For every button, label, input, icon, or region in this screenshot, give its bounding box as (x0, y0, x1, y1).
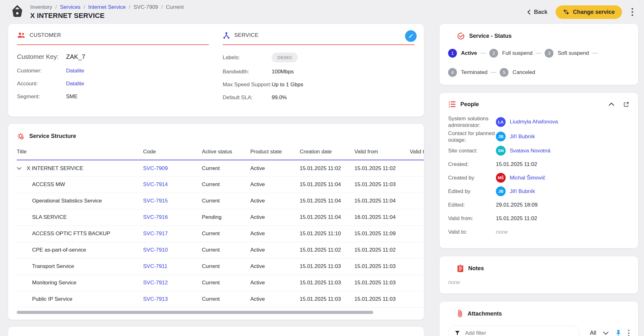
field-row: Account:Datalite (17, 80, 209, 87)
breadcrumb-item: Current (166, 4, 184, 10)
app-logo-basket-icon[interactable] (9, 4, 25, 20)
page-title: X INTERNET SERVICE (30, 12, 184, 20)
row-code-link[interactable]: SVC-7910 (143, 247, 168, 253)
field-value: Datalite (66, 68, 84, 74)
row-code-link[interactable]: SVC-7912 (143, 280, 168, 286)
kebab-menu-icon[interactable] (628, 330, 630, 336)
row-code-link[interactable]: SVC-7909 (143, 165, 168, 171)
field-text: 99.0% (272, 94, 287, 100)
column-header[interactable]: Creation date (300, 145, 354, 160)
person-link[interactable]: Jiří Bubník (510, 134, 535, 140)
expand-icon[interactable] (623, 101, 630, 108)
header-text: Inventory/Services/Internet Service/SVC-… (30, 4, 184, 20)
field-value: SME (66, 94, 78, 100)
field-text: Up to 1 Gbps (272, 82, 303, 88)
breadcrumb-separator: / (129, 4, 130, 10)
status-step: 5Canceled (500, 68, 535, 77)
field-link[interactable]: Datalite (66, 68, 84, 74)
row-code-link[interactable]: SVC-7917 (143, 231, 168, 236)
field-row: Default SLA:99.0% (223, 94, 414, 101)
field-label: Max Speed Support: (223, 81, 272, 88)
scrollbar-thumb[interactable] (17, 311, 373, 314)
table-row[interactable]: ACCESS OPTIC FTTS BACKUPSVC-7917CurrentA… (17, 225, 424, 242)
breadcrumb: Inventory/Services/Internet Service/SVC-… (30, 4, 184, 10)
table-row[interactable]: SLA SERVICESVC-7916PendingActive15.01.20… (17, 209, 424, 225)
table-row[interactable]: Operational Statistics ServiceSVC-7915Cu… (17, 193, 424, 209)
table-row[interactable]: Public IP ServiceSVC-7913CurrentActive15… (17, 291, 424, 307)
row-title: CPE as-part-of-service (32, 247, 86, 253)
person-link[interactable]: Michal Šimovič (510, 175, 545, 181)
row-valid-to (410, 176, 424, 193)
row-title-cell: Public IP Service (17, 296, 141, 302)
column-header[interactable]: Valid from (354, 145, 410, 160)
breadcrumb-item[interactable]: Internet Service (88, 4, 126, 10)
change-service-button[interactable]: Change service (556, 5, 622, 19)
chevron-down-icon[interactable] (17, 167, 22, 170)
avatar: JB (496, 186, 506, 196)
avatar: LA (496, 117, 506, 127)
people-row-value: JBJiří Bubník (496, 186, 535, 196)
column-header[interactable]: Code (143, 145, 202, 160)
pushpin-icon[interactable] (615, 329, 621, 336)
add-filter-input[interactable] (465, 330, 573, 336)
status-step: 3Soft suspend (545, 49, 589, 58)
table-row[interactable]: Transport ServiceSVC-7911CurrentActive15… (17, 258, 424, 275)
row-title-cell: Monitoring Service (17, 280, 141, 286)
service-status-card: Service - Status 1Active2Full suspend3So… (440, 24, 638, 85)
status-steps: 1Active2Full suspend3Soft suspend4Termin… (448, 49, 630, 77)
collapse-chevron-up-icon[interactable] (608, 102, 614, 106)
row-code-link[interactable]: SVC-7915 (143, 198, 168, 204)
table-row[interactable]: X INTERNET SERVICESVC-7909CurrentActive1… (17, 160, 424, 176)
field-row: Labels:DEMO (223, 53, 414, 62)
column-header[interactable]: Title (17, 145, 143, 160)
column-header[interactable]: Active status (202, 145, 250, 160)
step-label: Canceled (513, 69, 535, 76)
row-product-state: Active (250, 160, 300, 176)
table-row[interactable]: ACCESS MWSVC-7914CurrentActive15.01.2025… (17, 176, 424, 193)
row-valid-to (410, 275, 424, 291)
row-code-link[interactable]: SVC-7914 (143, 181, 168, 187)
field-row: Bandwidth:100Mbps (223, 68, 414, 75)
step-number: 4 (448, 68, 457, 77)
person-link[interactable]: Liudmyla Ahafonova (510, 119, 558, 125)
service-heading: SERVICE (223, 31, 414, 45)
table-row[interactable]: Monitoring ServiceSVC-7912CurrentActive1… (17, 275, 424, 291)
edit-button[interactable] (405, 30, 417, 42)
row-code-link[interactable]: SVC-7911 (143, 263, 167, 269)
people-row: Valid from:15.01.2025 11:02 (448, 212, 630, 225)
breadcrumb-item: SVC-7909 (133, 4, 158, 10)
filter-box[interactable] (448, 326, 580, 336)
people-actions (608, 101, 630, 108)
avatar: MŠ (496, 173, 506, 183)
kebab-menu-icon[interactable] (630, 7, 635, 17)
step-connector (536, 53, 541, 54)
field-link[interactable]: Datalite (66, 81, 84, 87)
back-button[interactable]: Back (527, 9, 547, 15)
people-row-value: none (496, 229, 508, 235)
row-title: Public IP Service (32, 296, 72, 302)
people-row-text: 15.01.2025 11:02 (496, 161, 537, 168)
field-value: Datalite (66, 81, 84, 87)
person-link[interactable]: Jiří Bubník (510, 188, 535, 195)
field-text: ZAK_7 (66, 53, 85, 60)
column-header[interactable]: Product state (250, 145, 300, 160)
row-valid-to (410, 225, 424, 242)
funnel-icon (454, 330, 460, 336)
attachments-heading: Attachments (448, 310, 630, 318)
chevron-down-icon[interactable] (603, 331, 609, 335)
breadcrumb-item[interactable]: Services (60, 4, 80, 10)
row-title: X INTERNET SERVICE (27, 165, 83, 172)
person-link[interactable]: Svatava Novotná (510, 148, 550, 154)
check-circle-icon (457, 32, 465, 40)
people-icon (17, 31, 25, 39)
people-row-text: none (496, 229, 508, 235)
row-code-link[interactable]: SVC-7916 (143, 214, 168, 220)
breadcrumb-item: Inventory (30, 4, 52, 10)
step-label: Full suspend (502, 50, 532, 56)
column-header[interactable]: Valid to (410, 145, 424, 160)
table-row[interactable]: CPE as-part-of-serviceSVC-7910CurrentAct… (17, 242, 424, 258)
row-title-cell: X INTERNET SERVICE (17, 165, 141, 172)
row-valid-to (410, 160, 424, 176)
chevron-left-icon (527, 9, 531, 15)
row-code-link[interactable]: SVC-7913 (143, 296, 168, 302)
